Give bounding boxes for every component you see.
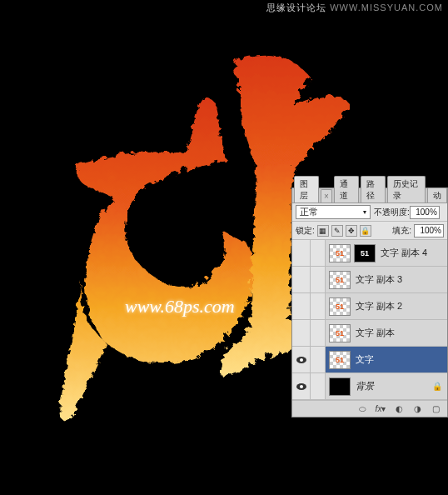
- layer-item[interactable]: 背景 🔒: [292, 373, 447, 400]
- visibility-toggle[interactable]: [292, 347, 311, 372]
- visibility-toggle[interactable]: [292, 267, 311, 292]
- layer-mask-thumb: 51: [354, 244, 376, 262]
- layer-list: 51 51 文字 副本 4 51 文字 副本 3 51 文字 副本 2 51 文…: [292, 240, 447, 400]
- mask-icon[interactable]: ◐: [392, 403, 406, 415]
- visibility-toggle[interactable]: [292, 240, 311, 266]
- link-col[interactable]: [311, 293, 326, 319]
- top-watermark: 思缘设计论坛 WWW.MISSYUAN.COM: [266, 2, 443, 14]
- layer-thumb: 51: [329, 298, 351, 316]
- layer-thumb: [329, 378, 351, 396]
- layer-item[interactable]: 51 文字 副本 2: [292, 293, 447, 320]
- blend-opacity-row: 正常 ▾ 不透明度: 100%: [292, 203, 447, 222]
- visibility-toggle[interactable]: [292, 373, 311, 399]
- link-col[interactable]: [311, 240, 326, 266]
- tab-layers[interactable]: 图层: [294, 176, 319, 202]
- tab-paths[interactable]: 路径: [361, 176, 386, 202]
- panel-footer: ⬭ fx▾ ◐ ◑ ▢: [292, 400, 447, 417]
- fx-icon[interactable]: fx▾: [374, 403, 387, 415]
- visibility-toggle[interactable]: [292, 320, 311, 346]
- layer-thumb: 51: [329, 324, 351, 342]
- lock-icon: 🔒: [432, 382, 442, 391]
- group-icon[interactable]: ▢: [429, 403, 442, 415]
- link-col[interactable]: [311, 373, 326, 399]
- link-col[interactable]: [311, 267, 326, 292]
- layer-item[interactable]: 51 51 文字 副本 4: [292, 240, 447, 267]
- layer-item[interactable]: 51 文字 副本 3: [292, 267, 447, 293]
- chevron-down-icon: ▾: [363, 208, 366, 216]
- layer-thumb: 51: [329, 244, 351, 262]
- lock-transparency-icon[interactable]: ▦: [317, 225, 329, 237]
- link-col[interactable]: [311, 320, 326, 346]
- adjustment-icon[interactable]: ◑: [411, 403, 424, 415]
- tab-history[interactable]: 历史记录: [387, 176, 426, 202]
- layer-item[interactable]: 51 文字 副本: [292, 320, 447, 347]
- link-col[interactable]: [311, 347, 326, 372]
- panel-tabs: 图层 × 通道 路径 历史记录 动: [292, 188, 447, 203]
- layers-panel: 图层 × 通道 路径 历史记录 动 正常 ▾ 不透明度: 100% 锁定: ▦ …: [291, 188, 448, 418]
- visibility-toggle[interactable]: [292, 293, 311, 319]
- layer-thumb: 51: [329, 271, 351, 289]
- layer-thumb: 51: [329, 351, 351, 369]
- tab-actions[interactable]: 动: [427, 188, 447, 202]
- blend-mode-select[interactable]: 正常 ▾: [296, 205, 371, 219]
- layer-item[interactable]: 51 文字: [292, 347, 447, 373]
- lock-pixels-icon[interactable]: ✎: [331, 225, 343, 237]
- lock-position-icon[interactable]: ✥: [346, 225, 357, 237]
- link-layers-icon[interactable]: ⬭: [356, 403, 369, 415]
- center-watermark: www.68ps.com: [125, 296, 235, 318]
- tab-channels[interactable]: 通道: [334, 176, 359, 202]
- lock-all-icon[interactable]: 🔒: [360, 225, 371, 237]
- lock-fill-row: 锁定: ▦ ✎ ✥ 🔒 填充: 100%: [292, 222, 447, 240]
- fill-input[interactable]: 100%: [414, 224, 444, 238]
- opacity-input[interactable]: 100%: [410, 206, 440, 219]
